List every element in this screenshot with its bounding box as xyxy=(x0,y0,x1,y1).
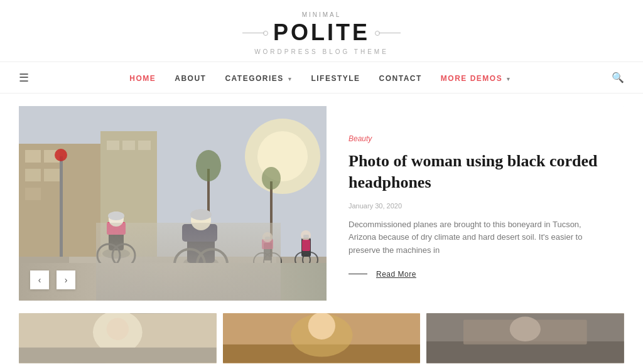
thumb-1-svg xyxy=(19,313,217,363)
svg-rect-17 xyxy=(270,181,273,257)
featured-slider: ‹ › Beauty Photo of woman using black co… xyxy=(19,106,624,301)
logo-line-right-decoration xyxy=(379,33,401,33)
slider-next-button[interactable]: › xyxy=(57,270,75,289)
svg-point-27 xyxy=(112,244,135,267)
nav-item-more-demos[interactable]: MORE DEMOS ▾ xyxy=(441,72,511,83)
svg-point-16 xyxy=(196,150,221,181)
nav-item-contact[interactable]: CONTACT xyxy=(379,72,422,83)
svg-rect-2 xyxy=(25,150,41,163)
nav-item-about[interactable]: ABOUT xyxy=(175,72,206,83)
search-icon[interactable]: 🔍 xyxy=(612,72,624,83)
site-title-wrap: POLITE xyxy=(0,19,643,46)
svg-rect-10 xyxy=(138,141,151,150)
logo-line-left-decoration xyxy=(242,33,264,33)
svg-rect-19 xyxy=(60,156,63,257)
nav-link-categories[interactable]: CATEGORIES ▾ xyxy=(225,74,292,83)
svg-point-58 xyxy=(510,317,541,341)
svg-rect-56 xyxy=(426,341,624,363)
svg-point-28 xyxy=(183,257,219,269)
nav-link-more-demos[interactable]: MORE DEMOS ▾ xyxy=(441,74,511,83)
svg-rect-23 xyxy=(107,222,126,235)
svg-rect-5 xyxy=(44,169,60,181)
featured-category: Beauty xyxy=(349,134,602,143)
featured-excerpt: Decommissioned planes are brought to thi… xyxy=(349,218,602,257)
featured-text: Beauty Photo of woman using black corded… xyxy=(327,106,624,301)
hamburger-icon[interactable]: ☰ xyxy=(19,71,29,85)
svg-point-32 xyxy=(190,209,212,220)
featured-title: Photo of woman using black corded headph… xyxy=(349,151,602,193)
svg-rect-6 xyxy=(25,188,41,200)
svg-rect-49 xyxy=(19,348,217,363)
thumbnail-item-1[interactable] xyxy=(19,313,217,363)
nav-link-contact[interactable]: CONTACT xyxy=(379,74,422,83)
site-subtitle: WORDPRESS BLOG THEME xyxy=(0,48,643,55)
thumb-2-svg xyxy=(223,313,421,363)
svg-rect-37 xyxy=(303,235,309,238)
svg-rect-40 xyxy=(302,240,310,251)
thumbnails-row xyxy=(19,313,624,363)
svg-point-43 xyxy=(262,232,273,242)
nav-item-home[interactable]: HOME xyxy=(129,72,156,83)
minimal-label: MINIMAL xyxy=(0,11,643,18)
site-nav: ☰ HOME ABOUT CATEGORIES ▾ LIFESTYLE CONT… xyxy=(0,62,643,94)
svg-rect-44 xyxy=(265,237,270,240)
svg-point-45 xyxy=(254,253,271,270)
svg-rect-41 xyxy=(264,243,272,260)
main-content: ‹ › Beauty Photo of woman using black co… xyxy=(0,94,643,364)
nav-item-lifestyle[interactable]: LIFESTYLE xyxy=(311,72,360,83)
nav-link-home[interactable]: HOME xyxy=(129,74,156,83)
site-header: MINIMAL POLITE WORDPRESS BLOG THEME xyxy=(0,0,643,62)
read-more-wrap: Read More xyxy=(349,270,602,279)
read-more-line-decoration xyxy=(349,274,367,274)
featured-date: January 30, 2020 xyxy=(349,202,602,210)
svg-point-50 xyxy=(107,318,129,340)
slider-prev-button[interactable]: ‹ xyxy=(30,270,49,289)
svg-rect-8 xyxy=(107,141,119,150)
thumbnail-item-2[interactable] xyxy=(223,313,421,363)
slider-nav: ‹ › xyxy=(19,270,327,289)
nav-link-lifestyle[interactable]: LIFESTYLE xyxy=(311,74,360,83)
read-more-link[interactable]: Read More xyxy=(376,270,416,279)
svg-rect-4 xyxy=(25,169,41,181)
svg-rect-9 xyxy=(122,141,135,150)
svg-point-25 xyxy=(108,211,124,220)
categories-chevron-icon: ▾ xyxy=(286,76,293,82)
featured-image-wrap: ‹ › xyxy=(19,106,327,301)
svg-point-18 xyxy=(262,167,281,190)
svg-point-26 xyxy=(97,244,120,267)
svg-rect-29 xyxy=(187,228,215,263)
nav-menu: HOME ABOUT CATEGORIES ▾ LIFESTYLE CONTAC… xyxy=(129,72,511,83)
svg-rect-42 xyxy=(262,239,273,249)
thumb-3-svg xyxy=(426,313,624,363)
nav-link-about[interactable]: ABOUT xyxy=(175,74,206,83)
svg-point-54 xyxy=(308,313,335,340)
svg-rect-7 xyxy=(100,131,157,269)
svg-rect-22 xyxy=(109,225,124,250)
svg-rect-30 xyxy=(182,224,217,242)
svg-point-21 xyxy=(102,249,130,259)
svg-point-46 xyxy=(264,253,281,270)
site-title: POLITE xyxy=(273,19,370,46)
svg-point-20 xyxy=(55,149,67,161)
thumbnail-item-3[interactable] xyxy=(426,313,624,363)
more-demos-chevron-icon: ▾ xyxy=(504,76,511,82)
nav-item-categories[interactable]: CATEGORIES ▾ xyxy=(225,72,292,83)
